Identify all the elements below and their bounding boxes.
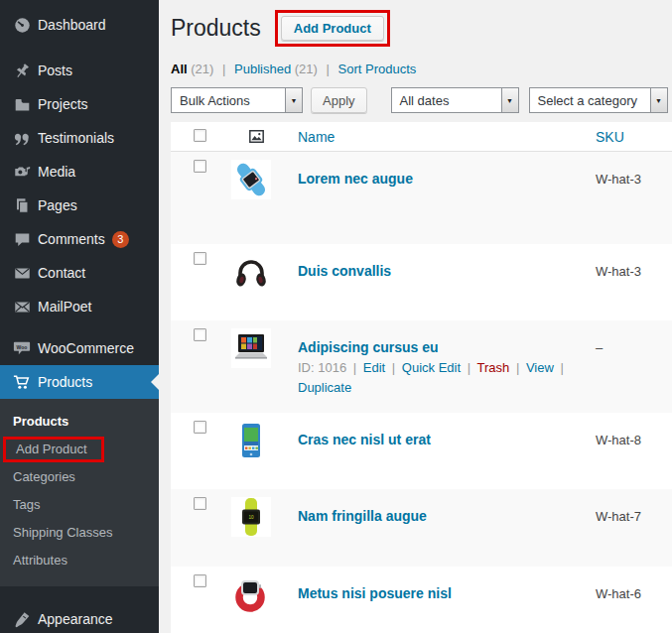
category-filter-selected-value: Select a category: [530, 93, 650, 108]
action-separator: |: [516, 360, 519, 375]
table-row: Duis convallis W-hat-3: [171, 244, 672, 320]
chevron-down-icon: ▼: [285, 88, 302, 112]
product-sku: W-hat-3: [592, 152, 672, 244]
select-all-checkbox[interactable]: [194, 129, 206, 142]
filter-published-count: (21): [295, 62, 318, 76]
product-thumbnail-blue-tablet[interactable]: [222, 413, 290, 489]
row-checkbox[interactable]: [194, 574, 206, 587]
chevron-down-icon: ▼: [650, 88, 667, 112]
product-sku: W-hat-6: [592, 567, 672, 633]
row-checkbox[interactable]: [194, 160, 206, 173]
submenu-item-add-product[interactable]: Add Product: [0, 436, 159, 463]
filter-all-link[interactable]: All: [171, 62, 188, 76]
sidebar-item-label: Contact: [38, 265, 85, 281]
wordpress-admin-products-page: Dashboard Posts Projects Testimonials: [0, 0, 672, 633]
product-name-link[interactable]: Cras nec nisl ut erat: [298, 432, 431, 447]
product-sku: –: [592, 320, 672, 413]
product-thumbnail-laptop[interactable]: [222, 320, 290, 413]
view-link[interactable]: View: [526, 360, 554, 375]
row-checkbox[interactable]: [194, 328, 206, 341]
trash-link[interactable]: Trash: [477, 360, 510, 375]
product-name-link[interactable]: Duis convallis: [298, 263, 391, 279]
products-table: Name SKU Lorem nec augue W-hat-3 Duis co…: [171, 122, 672, 633]
table-row: 10 Nam fringilla augue W-hat-7: [171, 489, 672, 567]
sidebar-item-label: Dashboard: [38, 17, 106, 33]
apply-button[interactable]: Apply: [311, 87, 367, 113]
sidebar-item-posts[interactable]: Posts: [0, 54, 159, 87]
table-row: Cras nec nisl ut erat W-hat-8: [171, 413, 672, 489]
table-header-row: Name SKU: [171, 122, 672, 152]
sidebar-item-label: Pages: [38, 197, 77, 213]
sidebar-item-label: Appearance: [38, 611, 113, 627]
media-camera-icon: [12, 164, 32, 181]
add-product-button[interactable]: Add Product: [281, 16, 384, 41]
sort-products-link[interactable]: Sort Products: [338, 62, 417, 76]
submenu-item-tags[interactable]: Tags: [0, 491, 159, 519]
products-submenu: Products Add Product Categories Tags Shi…: [0, 399, 159, 586]
name-column-header[interactable]: Name: [290, 129, 592, 145]
sidebar-item-appearance[interactable]: Appearance: [0, 602, 159, 633]
product-thumbnail-blue-smartwatch[interactable]: [222, 152, 290, 244]
main-content: Products Add Product All (21) | Publishe…: [159, 0, 672, 633]
sidebar-item-products[interactable]: Products: [0, 365, 159, 399]
sidebar-item-woocommerce[interactable]: Woo WooCommerce: [0, 331, 159, 365]
product-sku: W-hat-3: [592, 244, 672, 320]
sku-column-header[interactable]: SKU: [592, 129, 672, 145]
filter-published-link[interactable]: Published: [234, 62, 291, 76]
date-filter-select[interactable]: All dates ▼: [391, 87, 519, 113]
product-sku: W-hat-8: [592, 413, 672, 489]
submenu-item-label: Shipping Classes: [13, 525, 112, 540]
submenu-item-products[interactable]: Products: [0, 408, 159, 436]
submenu-item-shipping-classes[interactable]: Shipping Classes: [0, 519, 159, 547]
submenu-item-categories[interactable]: Categories: [0, 463, 159, 491]
sidebar-item-pages[interactable]: Pages: [0, 189, 159, 222]
sidebar-item-projects[interactable]: Projects: [0, 87, 159, 121]
duplicate-link[interactable]: Duplicate: [298, 380, 351, 395]
product-name-link[interactable]: Metus nisi posuere nisl: [298, 585, 452, 601]
admin-sidebar: Dashboard Posts Projects Testimonials: [0, 0, 159, 633]
product-thumbnail-red-smartwatch[interactable]: [222, 567, 290, 633]
sidebar-item-comments[interactable]: Comments 3: [0, 222, 159, 256]
submenu-item-label: Attributes: [13, 553, 67, 568]
action-separator: |: [353, 360, 356, 375]
bulk-actions-select[interactable]: Bulk Actions ▼: [171, 87, 303, 113]
submenu-item-attributes[interactable]: Attributes: [0, 547, 159, 574]
action-separator: |: [560, 360, 563, 375]
annotation-box-add-product-button: Add Product: [275, 10, 390, 47]
paintbrush-icon: [12, 611, 32, 628]
sidebar-item-testimonials[interactable]: Testimonials: [0, 121, 159, 155]
row-checkbox[interactable]: [194, 252, 206, 265]
product-thumbnail-lime-smartwatch[interactable]: 10: [222, 489, 290, 567]
sidebar-item-mailpoet[interactable]: MailPoet: [0, 290, 159, 323]
category-filter-select[interactable]: Select a category ▼: [529, 87, 668, 113]
product-name-link[interactable]: Adipiscing cursus eu: [298, 339, 439, 355]
sidebar-item-contact[interactable]: Contact: [0, 256, 159, 290]
row-checkbox[interactable]: [194, 421, 206, 434]
sidebar-item-label: Comments: [38, 231, 105, 247]
table-row: Adipiscing cursus eu ID: 1016 | Edit | Q…: [171, 320, 672, 413]
page-title: Products: [171, 14, 261, 43]
product-name-link[interactable]: Nam fringilla augue: [298, 508, 427, 524]
sidebar-item-label: WooCommerce: [38, 340, 134, 356]
envelope-icon: [12, 265, 32, 282]
date-filter-selected-value: All dates: [392, 93, 501, 108]
submenu-item-label: Categories: [13, 469, 75, 484]
mailpoet-envelope-icon: [12, 299, 32, 316]
row-checkbox[interactable]: [194, 497, 206, 510]
quick-edit-link[interactable]: Quick Edit: [402, 360, 461, 375]
image-column-icon: [222, 130, 290, 143]
sidebar-item-dashboard[interactable]: Dashboard: [0, 8, 159, 42]
annotation-box-sidebar-add-product: Add Product: [3, 437, 104, 462]
list-view-filters: All (21) | Published (21) | Sort Product…: [171, 62, 416, 76]
product-id-label: ID: 1016: [298, 360, 346, 375]
bulk-actions-selected-value: Bulk Actions: [172, 93, 285, 108]
product-thumbnail-black-headphones[interactable]: [222, 244, 290, 320]
edit-link[interactable]: Edit: [363, 360, 385, 375]
product-name-link[interactable]: Lorem nec augue: [298, 171, 413, 187]
quote-icon: [12, 130, 32, 147]
shopping-cart-icon: [12, 373, 32, 391]
dashboard-icon: [12, 17, 32, 34]
submenu-item-label: Tags: [13, 497, 40, 512]
sidebar-item-media[interactable]: Media: [0, 155, 159, 189]
folder-icon: [12, 96, 32, 113]
